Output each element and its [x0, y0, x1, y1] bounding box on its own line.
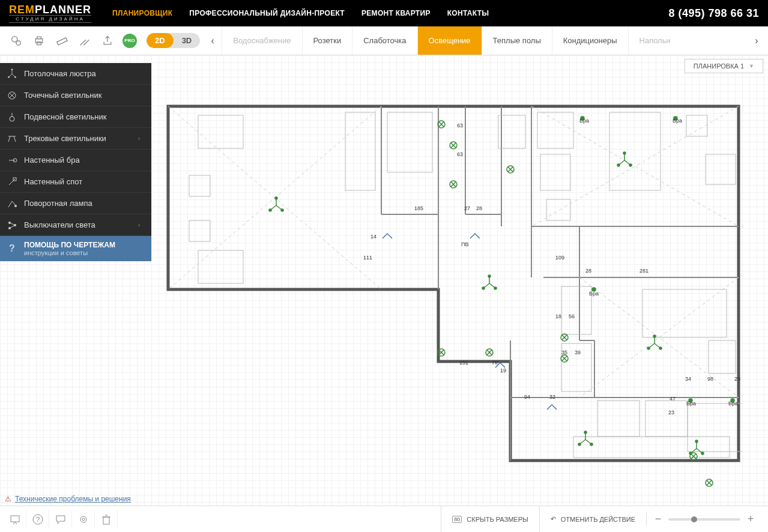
svg-rect-3	[37, 37, 41, 38]
layout-dropdown[interactable]: ПЛАНИРОВКА 1 ▼	[685, 59, 763, 73]
footer: ? 80 СКРЫТЬ РАЗМЕРЫ ↶ ОТМЕНИТЬ ДЕЙСТВИЕ …	[0, 506, 768, 532]
lighting-sidebar: Потолочная люстра Точечный светильник По…	[0, 63, 151, 261]
svg-text:63: 63	[457, 151, 463, 157]
svg-point-36	[275, 197, 277, 199]
chevron-right-icon: ›	[138, 222, 151, 228]
svg-rect-22	[709, 340, 736, 373]
svg-rect-4	[37, 41, 41, 44]
svg-rect-13	[537, 112, 573, 148]
sidebar-item-sconce[interactable]: Настенный бра	[0, 150, 151, 171]
svg-rect-10	[345, 112, 375, 190]
svg-point-138	[82, 518, 85, 521]
nav-renovation[interactable]: РЕМОНТ КВАРТИР	[361, 9, 431, 17]
tabs-prev-icon[interactable]: ‹	[206, 34, 219, 47]
share-icon[interactable]	[98, 32, 116, 50]
svg-point-1	[16, 41, 20, 45]
svg-point-54	[653, 335, 656, 337]
svg-text:Бра: Бра	[728, 401, 738, 407]
gear-icon[interactable]	[77, 510, 95, 528]
svg-rect-12	[498, 115, 525, 148]
svg-text:151: 151	[459, 360, 468, 366]
pendant-icon	[0, 112, 24, 122]
sidebar-item-spot[interactable]: Точечный светильник	[0, 85, 151, 106]
svg-point-120	[14, 76, 16, 78]
tab-lowvolt[interactable]: Слаботочка	[352, 26, 417, 55]
trash-icon[interactable]	[100, 510, 118, 528]
svg-text:Бра: Бра	[589, 291, 599, 297]
svg-text:56: 56	[569, 313, 575, 319]
svg-point-43	[617, 164, 620, 166]
zoom-in-button[interactable]: +	[745, 513, 756, 525]
phone-number: 8 (495) 798 66 31	[668, 7, 759, 20]
svg-text:28: 28	[476, 205, 482, 211]
svg-text:94: 94	[524, 394, 530, 400]
view-3d[interactable]: 3D	[174, 33, 201, 48]
zoom-out-button[interactable]: −	[653, 513, 664, 525]
undo-button[interactable]: ↶ ОТМЕНИТЬ ДЕЙСТВИЕ	[539, 506, 646, 533]
tab-lighting[interactable]: Освещение	[417, 26, 482, 55]
svg-rect-11	[387, 112, 432, 172]
svg-text:18: 18	[555, 313, 561, 319]
chevron-down-icon: ▼	[749, 63, 754, 69]
wall-spot-icon	[0, 177, 24, 187]
sidebar-item-chandelier[interactable]: Потолочная люстра	[0, 63, 151, 85]
svg-text:23: 23	[668, 410, 674, 416]
svg-point-50	[494, 287, 497, 289]
tabs-next-icon[interactable]: ›	[750, 34, 763, 47]
svg-rect-5	[57, 37, 67, 44]
layer-tabs: Водоснабжение Розетки Слаботочка Освещен…	[222, 26, 750, 55]
swing-lamp-icon	[0, 198, 24, 209]
sconce-icon	[0, 155, 24, 166]
logo[interactable]: REMPLANNER СТУДИЯ ДИЗАЙНА	[9, 4, 91, 23]
chat-icon[interactable]	[54, 510, 72, 528]
svg-rect-9	[198, 250, 243, 283]
main-nav: ПЛАНИРОВЩИК ПРОФЕССИОНАЛЬНЫЙ ДИЗАЙН-ПРОЕ…	[112, 9, 668, 17]
sidebar-item-track[interactable]: Трековые светильники›	[0, 128, 151, 150]
svg-text:Бра: Бра	[673, 118, 682, 124]
svg-rect-17	[686, 115, 707, 136]
tab-water[interactable]: Водоснабжение	[222, 26, 301, 55]
help-icon[interactable]: ?	[31, 510, 49, 528]
svg-point-37	[269, 209, 271, 211]
undo-icon: ↶	[551, 515, 556, 523]
svg-rect-21	[643, 289, 727, 337]
hide-dims-button[interactable]: 80 СКРЫТЬ РАЗМЕРЫ	[441, 506, 539, 533]
svg-text:Бра: Бра	[686, 401, 696, 407]
svg-point-38	[281, 209, 283, 211]
svg-text:185: 185	[414, 205, 423, 211]
view-2d[interactable]: 2D	[147, 33, 174, 48]
zoom-slider[interactable]	[668, 518, 740, 521]
settings-icon[interactable]	[7, 32, 25, 50]
measure-icon[interactable]	[53, 32, 71, 50]
tab-ac[interactable]: Кондиционеры	[552, 26, 628, 55]
tab-heating[interactable]: Теплые полы	[482, 26, 552, 55]
sidebar-item-pendant[interactable]: Подвесной светильник	[0, 106, 151, 128]
nav-design[interactable]: ПРОФЕССИОНАЛЬНЫЙ ДИЗАЙН-ПРОЕКТ	[189, 9, 345, 17]
floor-plan[interactable]: 125 233 75 Бра Бра 63 63 185 27 28 14 11…	[165, 103, 742, 500]
toolbar: PRO 2D 3D ‹ Водоснабжение Розетки Слабот…	[0, 26, 768, 55]
tech-issues-link[interactable]: ⚠ Технические проблемы и решения	[5, 495, 131, 503]
nav-planner[interactable]: ПЛАНИРОВЩИК	[112, 9, 172, 17]
svg-rect-7	[189, 175, 210, 196]
tab-floor[interactable]: Напольн	[628, 26, 682, 55]
sidebar-item-swing[interactable]: Поворотная лампа	[0, 193, 151, 214]
svg-point-60	[584, 431, 587, 434]
print-icon[interactable]	[30, 32, 48, 50]
tab-sockets[interactable]: Розетки	[302, 26, 352, 55]
header: REMPLANNER СТУДИЯ ДИЗАЙНА ПЛАНИРОВЩИК ПР…	[0, 0, 768, 26]
svg-text:ПВ: ПВ	[461, 241, 468, 247]
track-icon	[0, 133, 24, 144]
svg-point-68	[701, 452, 704, 455]
sidebar-item-wallspot[interactable]: Настенный спот	[0, 171, 151, 193]
tools-icon[interactable]	[76, 32, 94, 50]
switch-icon	[0, 220, 24, 231]
question-icon: ?	[0, 243, 24, 254]
pro-badge[interactable]: PRO	[122, 34, 137, 48]
svg-text:47: 47	[670, 396, 676, 402]
nav-contacts[interactable]: КОНТАКТЫ	[447, 9, 489, 17]
svg-rect-18	[706, 154, 736, 184]
present-icon[interactable]	[8, 510, 26, 528]
svg-rect-134	[11, 516, 19, 522]
sidebar-item-switches[interactable]: Выключатели света›	[0, 214, 151, 236]
sidebar-help[interactable]: ? ПОМОЩЬ ПО ЧЕРТЕЖАМ инструкции и советы	[0, 236, 151, 261]
